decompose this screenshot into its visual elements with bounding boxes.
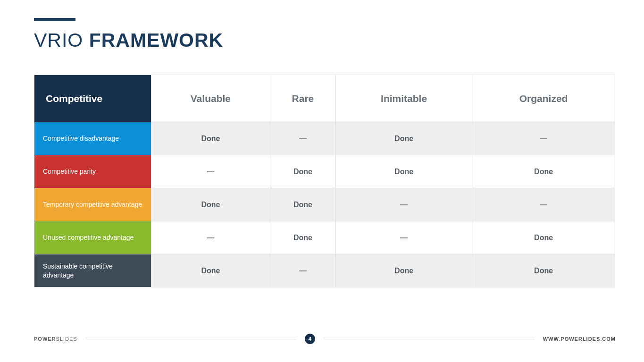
header-valuable: Valuable xyxy=(151,75,270,122)
footer-brand-strong: POWER xyxy=(34,336,56,342)
title-accent-bar xyxy=(34,18,75,21)
slide-footer: POWERSLIDES 4 WWW.POWERLIDES.COM xyxy=(34,334,616,344)
cell: — xyxy=(270,122,335,155)
cell: Done xyxy=(472,254,615,287)
row-label: Unused competitive advantage xyxy=(34,221,151,254)
table-row: Competitive disadvantage Done — Done — xyxy=(34,122,615,155)
cell: Done xyxy=(472,221,615,254)
header-rare: Rare xyxy=(270,75,335,122)
table-row: Temporary competitive advantage Done Don… xyxy=(34,188,615,221)
header-inimitable: Inimitable xyxy=(336,75,472,122)
title-part1: VRIO xyxy=(34,29,83,51)
header-competitive: Competitive xyxy=(34,75,151,122)
footer-brand: POWERSLIDES xyxy=(34,336,77,342)
cell: — xyxy=(336,221,472,254)
table-header-row: Competitive Valuable Rare Inimitable Org… xyxy=(34,75,615,122)
cell: Done xyxy=(151,254,270,287)
cell: Done xyxy=(151,122,270,155)
table-row: Competitive parity — Done Done Done xyxy=(34,155,615,188)
cell: — xyxy=(472,188,615,221)
cell: Done xyxy=(336,254,472,287)
cell: — xyxy=(270,254,335,287)
row-label: Temporary competitive advantage xyxy=(34,188,151,221)
cell: Done xyxy=(336,155,472,188)
footer-divider-right xyxy=(324,339,535,339)
cell: — xyxy=(336,188,472,221)
slide-title: VRIO FRAMEWORK xyxy=(34,29,223,51)
row-label: Competitive parity xyxy=(34,155,151,188)
footer-brand-light: SLIDES xyxy=(56,336,77,342)
cell: Done xyxy=(270,188,335,221)
header-organized: Organized xyxy=(472,75,615,122)
title-part2: FRAMEWORK xyxy=(89,29,224,51)
row-label: Sustainable competitive advantage xyxy=(34,254,151,287)
cell: Done xyxy=(270,155,335,188)
cell: Done xyxy=(270,221,335,254)
row-label: Competitive disadvantage xyxy=(34,122,151,155)
page-number-badge: 4 xyxy=(305,334,315,344)
cell: Done xyxy=(151,188,270,221)
cell: — xyxy=(472,122,615,155)
footer-url: WWW.POWERLIDES.COM xyxy=(543,336,616,342)
cell: — xyxy=(151,155,270,188)
table-row: Sustainable competitive advantage Done —… xyxy=(34,254,615,287)
cell: Done xyxy=(472,155,615,188)
table-row: Unused competitive advantage — Done — Do… xyxy=(34,221,615,254)
cell: — xyxy=(151,221,270,254)
vrio-table: Competitive Valuable Rare Inimitable Org… xyxy=(34,75,615,287)
footer-divider-left xyxy=(86,339,297,339)
slide: VRIO FRAMEWORK Competitive Valuable Rare… xyxy=(0,0,644,362)
cell: Done xyxy=(336,122,472,155)
